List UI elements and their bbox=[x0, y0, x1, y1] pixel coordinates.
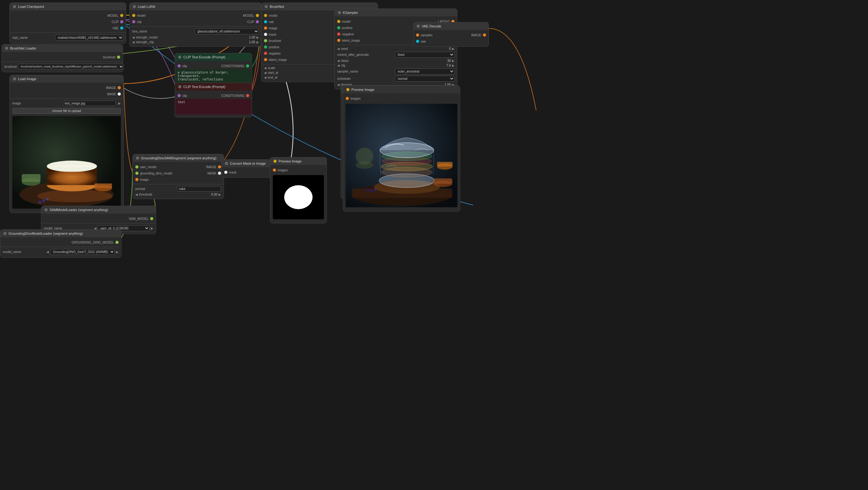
clip-input-port[interactable] bbox=[132, 20, 135, 23]
model-input-port[interactable] bbox=[132, 14, 135, 17]
slider-left-arrow[interactable]: ◀ bbox=[132, 40, 135, 44]
port-label: GROUNDING_DINO_MODEL bbox=[3, 241, 114, 244]
output-sam-model: SAM_MODEL bbox=[41, 215, 156, 222]
image-output-port[interactable] bbox=[118, 86, 121, 89]
slider-left-arrow[interactable]: ◀ bbox=[264, 76, 267, 79]
node-title: Load Image bbox=[18, 77, 36, 81]
grounding-dino-port[interactable] bbox=[135, 172, 138, 175]
slider-right-arrow[interactable]: ▶ bbox=[116, 250, 119, 254]
node-body: images bbox=[343, 93, 460, 211]
vae-port[interactable] bbox=[416, 40, 419, 43]
load-checkpoint-header[interactable]: Load Checkpoint bbox=[10, 3, 126, 10]
preview-right-header[interactable]: Preview Image bbox=[343, 86, 460, 93]
slider-right-arrow[interactable]: ▶ bbox=[219, 193, 221, 196]
negative-text[interactable]: text bbox=[175, 99, 252, 115]
clip-negative-header[interactable]: CLIP Text Encode (Prompt) bbox=[175, 83, 252, 91]
mask-output-port[interactable] bbox=[118, 92, 121, 96]
ckpt-name-select[interactable]: realisticVisionV60B1_v51VAE.safetensors bbox=[55, 35, 123, 41]
slider-left-arrow[interactable]: ◀ bbox=[264, 71, 267, 74]
port-label: MODEL bbox=[12, 14, 119, 17]
divider bbox=[130, 26, 261, 27]
slider-left-arrow[interactable]: ◀ bbox=[132, 36, 135, 39]
lora-name-select[interactable]: glasssculpture_v8.safetensors bbox=[195, 28, 259, 34]
negative-port[interactable] bbox=[337, 32, 340, 36]
slider-left-arrow[interactable]: ◀ bbox=[46, 250, 49, 254]
preview-mask-header[interactable]: Preview Image bbox=[270, 157, 327, 165]
slider-left-arrow[interactable]: ◀ bbox=[337, 59, 340, 62]
image-port[interactable] bbox=[264, 27, 267, 30]
clip-port[interactable] bbox=[178, 94, 181, 97]
clip-port[interactable] bbox=[178, 64, 181, 67]
brushnet-port[interactable] bbox=[264, 39, 267, 42]
slider-value: 0.30 bbox=[206, 193, 217, 196]
sampler-name-select[interactable]: euler_ancestral bbox=[395, 68, 455, 74]
image-port[interactable] bbox=[135, 178, 138, 181]
images-port[interactable] bbox=[346, 97, 349, 100]
mask-port[interactable] bbox=[264, 33, 267, 36]
model-port[interactable] bbox=[337, 20, 340, 23]
svg-rect-17 bbox=[94, 184, 112, 188]
latent-port[interactable] bbox=[337, 39, 340, 42]
negative-port[interactable] bbox=[264, 52, 267, 55]
slider-right-arrow[interactable]: ▶ bbox=[256, 40, 259, 44]
conditioning-output-port[interactable] bbox=[246, 64, 249, 67]
slider-right-arrow[interactable]: ▶ bbox=[452, 47, 455, 51]
positive-port[interactable] bbox=[337, 26, 340, 29]
model-port[interactable] bbox=[264, 14, 267, 17]
grounding-segment-header[interactable]: GroundingDinoSAMSegment (segment anythin… bbox=[133, 154, 224, 162]
latent-port[interactable] bbox=[264, 58, 267, 61]
node-title: GroundingDinoModelLoader (segment anythi… bbox=[8, 232, 83, 235]
slider-left-arrow[interactable]: ◀ bbox=[337, 64, 340, 67]
load-lora-header[interactable]: Load LoRA bbox=[130, 3, 261, 10]
port-label: CLIP bbox=[195, 20, 254, 24]
clip-output-port[interactable] bbox=[256, 20, 259, 23]
vae-port[interactable] bbox=[264, 20, 267, 23]
slider-left-arrow[interactable]: ◀ bbox=[337, 83, 340, 87]
sam-model-header[interactable]: SAMModelLoader (segment anything) bbox=[41, 206, 156, 214]
control-after-select[interactable]: fixed bbox=[395, 52, 455, 58]
svg-rect-29 bbox=[356, 148, 373, 165]
slider-left-arrow[interactable]: ◀ bbox=[135, 193, 138, 196]
upload-button[interactable]: choose file to upload bbox=[12, 108, 121, 114]
slider-right-arrow[interactable]: ▶ bbox=[151, 226, 153, 230]
image-output-port[interactable] bbox=[218, 165, 221, 169]
svg-point-41 bbox=[366, 188, 369, 191]
load-image-header[interactable]: Load Image bbox=[10, 75, 123, 83]
scheduler-select[interactable]: normal bbox=[395, 76, 455, 82]
cfg-slider: ◀ cfg 7.0 ▶ bbox=[335, 63, 457, 68]
image-output-port[interactable] bbox=[483, 33, 486, 37]
vae-decode-header[interactable]: VAE Decode bbox=[413, 22, 489, 30]
slider-left-arrow[interactable]: ◀ bbox=[337, 47, 340, 51]
mask-output-port[interactable] bbox=[218, 172, 221, 175]
clip-output-port[interactable] bbox=[120, 20, 123, 23]
slider-right-arrow[interactable]: ▶ bbox=[452, 64, 455, 67]
model-name-select[interactable]: GroundingDINO_SwinT_OGC (694MB) bbox=[50, 249, 115, 255]
grounding-dino-model-header[interactable]: GroundingDinoModelLoader (segment anythi… bbox=[0, 230, 121, 237]
model-output-port[interactable] bbox=[256, 14, 259, 17]
input-images: images bbox=[270, 167, 327, 173]
clip-prompt-header[interactable]: CLIP Text Encode (Prompt) bbox=[175, 53, 252, 61]
divider bbox=[10, 98, 123, 99]
vae-output-port[interactable] bbox=[120, 27, 123, 30]
file-picker-arrow[interactable]: ▶ bbox=[118, 101, 121, 105]
field-label: scheduler bbox=[337, 77, 394, 81]
grounding-dino-model-output-port[interactable] bbox=[116, 241, 119, 244]
brushnet-name-select[interactable]: brushnet/random_mask_brushnet_ckpt/diffu… bbox=[18, 64, 124, 69]
ksampler-header[interactable]: KSampler bbox=[335, 9, 457, 17]
slider-left-arrow[interactable]: ◀ bbox=[264, 66, 267, 70]
mask-port[interactable] bbox=[224, 171, 227, 174]
sam-model-port[interactable] bbox=[135, 165, 138, 169]
model-output-port[interactable] bbox=[120, 14, 123, 17]
prompt-input[interactable] bbox=[177, 186, 221, 191]
brushnet-loader-header[interactable]: BrushNet Loader bbox=[2, 44, 123, 52]
slider-right-arrow[interactable]: ▶ bbox=[256, 36, 259, 39]
slider-right-arrow[interactable]: ▶ bbox=[452, 59, 455, 62]
sam-model-output-port[interactable] bbox=[150, 217, 153, 220]
conditioning-output-port[interactable] bbox=[246, 94, 249, 97]
samples-port[interactable] bbox=[416, 33, 419, 37]
brushnet-output-port[interactable] bbox=[117, 56, 120, 59]
images-port[interactable] bbox=[273, 169, 276, 172]
positive-port[interactable] bbox=[264, 45, 267, 49]
ksampler-node: KSampler model LATENT positive negative … bbox=[334, 8, 457, 89]
input-model: model MODEL bbox=[130, 12, 261, 19]
